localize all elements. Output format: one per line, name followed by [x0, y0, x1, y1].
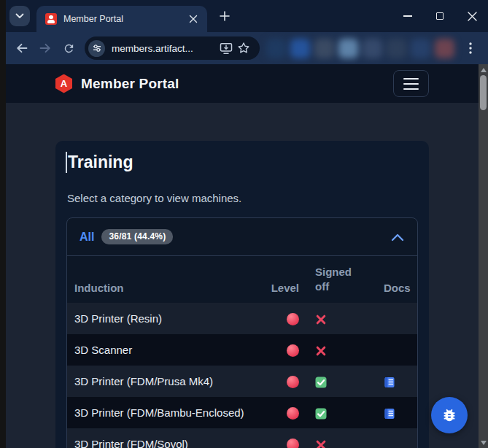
scrollbar[interactable]	[479, 64, 488, 448]
blurred-extension-icons[interactable]	[266, 39, 454, 58]
reload-icon	[63, 42, 75, 55]
level-red-circle-icon	[287, 439, 299, 448]
back-arrow-icon	[15, 42, 28, 55]
browser-toolbar: members.artifact...	[6, 32, 488, 64]
hamburger-icon	[403, 78, 419, 80]
training-card: Training Select a category to view machi…	[55, 141, 429, 448]
check-icon	[315, 374, 327, 387]
scrollbar-up-arrow[interactable]	[479, 65, 488, 74]
site-settings-button[interactable]	[88, 40, 105, 57]
col-header-signed-off: Signed off	[305, 256, 372, 303]
scrollbar-down-arrow[interactable]	[479, 438, 488, 447]
col-header-induction: Induction	[67, 256, 258, 303]
extension-icon[interactable]	[363, 39, 382, 58]
cross-icon	[315, 343, 327, 355]
minimize-button[interactable]	[392, 4, 424, 28]
chevron-down-icon	[15, 13, 24, 19]
close-icon	[468, 12, 477, 21]
training-table: Induction Level Signed off Docs 3D Print…	[67, 256, 417, 448]
chevron-up-icon[interactable]	[390, 232, 405, 242]
star-icon	[237, 42, 250, 55]
level-red-circle-icon	[287, 407, 299, 420]
table-row: 3D Printer (FDM/Bambu-Enclosed)	[67, 397, 417, 428]
extension-icon[interactable]	[266, 39, 286, 58]
address-bar[interactable]: members.artifact...	[85, 36, 260, 60]
kebab-menu-icon	[469, 42, 472, 54]
category-header-all[interactable]: All 36/81 (44.4%)	[67, 218, 417, 256]
extension-icon[interactable]	[435, 39, 454, 58]
browser-window: Member Portal	[6, 0, 488, 448]
table-row: 3D Scanner	[67, 334, 417, 366]
tab-title: Member Portal	[63, 14, 187, 24]
maximize-icon	[436, 12, 444, 20]
scrollbar-thumb[interactable]	[480, 75, 487, 110]
induction-name: 3D Scanner	[67, 334, 258, 366]
maximize-button[interactable]	[424, 4, 456, 28]
url-text[interactable]: members.artifact...	[112, 43, 217, 54]
docs-book-icon[interactable]	[384, 406, 395, 418]
induction-name: 3D Printer (FDM/Bambu-Enclosed)	[67, 397, 258, 428]
table-row: 3D Printer (FDM/Sovol)	[67, 428, 417, 448]
site-favicon-icon	[45, 13, 57, 25]
page-viewport: A Member Portal Training Select a catego…	[6, 64, 488, 448]
window-controls	[392, 4, 488, 28]
table-header-row: Induction Level Signed off Docs	[67, 256, 417, 303]
training-table-body: 3D Printer (Resin) 3D Scanner 3D Printer…	[67, 303, 417, 448]
browser-menu-button[interactable]	[459, 36, 482, 60]
col-header-level: Level	[258, 256, 305, 303]
bug-report-button[interactable]	[431, 397, 468, 433]
install-app-icon	[220, 42, 233, 55]
extension-icon[interactable]	[338, 39, 358, 58]
induction-name: 3D Printer (FDM/Prusa Mk4)	[67, 366, 258, 397]
page-subtitle: Select a category to view machines.	[67, 192, 418, 204]
tune-icon	[93, 44, 101, 53]
bookmark-star-button[interactable]	[235, 39, 252, 57]
plus-icon	[220, 11, 230, 21]
progress-badge: 36/81 (44.4%)	[101, 229, 173, 244]
site-header: A Member Portal	[6, 64, 479, 103]
minimize-icon	[403, 15, 412, 17]
extension-icon[interactable]	[387, 39, 406, 58]
reload-button[interactable]	[57, 36, 80, 60]
category-label: All	[80, 231, 94, 244]
cross-icon	[315, 312, 327, 324]
page-content: A Member Portal Training Select a catego…	[6, 64, 479, 448]
extension-icon[interactable]	[290, 39, 310, 58]
forward-arrow-icon	[39, 42, 52, 55]
text-cursor	[66, 152, 67, 173]
col-header-docs: Docs	[372, 256, 417, 303]
induction-name: 3D Printer (Resin)	[67, 303, 258, 334]
forward-button[interactable]	[34, 36, 57, 60]
page-title: Training	[68, 151, 418, 173]
tab-strip: Member Portal	[6, 0, 488, 32]
site-title: Member Portal	[81, 76, 179, 92]
check-icon	[315, 406, 327, 418]
bug-icon	[441, 407, 457, 423]
docs-book-icon[interactable]	[384, 374, 395, 387]
induction-name: 3D Printer (FDM/Sovol)	[67, 428, 258, 448]
tab-search-button[interactable]	[9, 6, 30, 26]
table-row: 3D Printer (Resin)	[67, 303, 417, 334]
extension-icon[interactable]	[314, 39, 334, 58]
browser-tab[interactable]: Member Portal	[36, 6, 207, 32]
install-app-button[interactable]	[217, 39, 235, 57]
logo-icon: A	[55, 74, 72, 93]
category-section: All 36/81 (44.4%) Induction Level S	[66, 217, 418, 448]
new-tab-button[interactable]	[214, 6, 235, 26]
extension-icon[interactable]	[411, 39, 430, 58]
level-red-circle-icon	[287, 344, 299, 357]
table-row: 3D Printer (FDM/Prusa Mk4)	[67, 366, 417, 397]
close-window-button[interactable]	[456, 4, 488, 28]
hamburger-menu-button[interactable]	[393, 70, 429, 97]
back-button[interactable]	[10, 36, 34, 60]
level-red-circle-icon	[287, 313, 299, 325]
cross-icon	[315, 437, 327, 448]
tab-close-icon[interactable]	[187, 12, 200, 26]
level-red-circle-icon	[287, 376, 299, 388]
